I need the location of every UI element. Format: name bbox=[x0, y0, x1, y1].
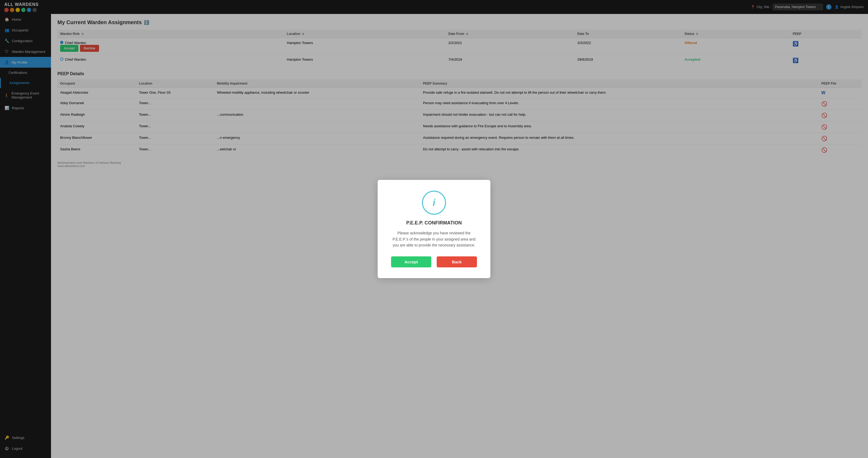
peep-confirmation-modal: i P.E.E.P. CONFIRMATION Please acknowled… bbox=[378, 180, 490, 278]
modal-buttons: Accept Back bbox=[391, 256, 477, 267]
modal-overlay: i P.E.E.P. CONFIRMATION Please acknowled… bbox=[0, 0, 868, 458]
modal-accept-button[interactable]: Accept bbox=[391, 256, 431, 267]
modal-title: P.E.E.P. CONFIRMATION bbox=[391, 220, 477, 226]
modal-back-button[interactable]: Back bbox=[437, 256, 477, 267]
modal-info-icon: i bbox=[422, 191, 446, 215]
modal-body: Please acknowledge you have reviewed the… bbox=[391, 230, 477, 248]
